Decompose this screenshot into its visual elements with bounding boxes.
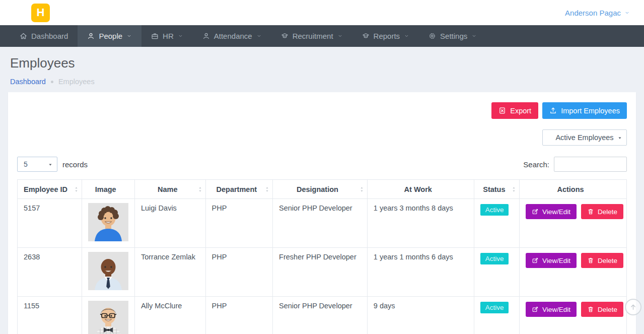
delete-button[interactable]: Delete <box>581 253 623 268</box>
employee-filter-select[interactable]: Active Employees <box>542 129 627 146</box>
status-badge: Active <box>480 302 509 313</box>
select-arrow-icon <box>617 136 622 141</box>
delete-button[interactable]: Delete <box>581 204 623 219</box>
table-row: 5157 Luigi Davis PHP Senior PHP Develope… <box>18 199 627 248</box>
filter-row: Active Employees <box>17 129 627 146</box>
cell-employee-id: 1155 <box>18 297 82 334</box>
column-header-status[interactable]: Status <box>474 180 519 199</box>
filter-selected-value: Active Employees <box>555 133 613 142</box>
view-edit-label: View/Edit <box>542 306 570 313</box>
records-control: 5 records <box>17 157 88 172</box>
cell-image <box>82 248 134 297</box>
briefcase-icon <box>151 32 159 40</box>
column-header-label: Employee ID <box>24 185 67 193</box>
chevron-down-icon <box>471 33 477 39</box>
export-button[interactable]: Export <box>491 102 538 119</box>
records-selected-value: 5 <box>24 160 28 168</box>
edit-icon <box>532 306 539 313</box>
nav-item-dashboard[interactable]: Dashboard <box>10 25 78 47</box>
search-input[interactable] <box>554 157 627 172</box>
column-header-actions: Actions <box>520 180 627 199</box>
app-logo[interactable]: H <box>31 4 50 22</box>
cell-image <box>82 199 134 248</box>
cell-at-work: 1 years 1 months 6 days <box>367 248 474 297</box>
column-header-label: Image <box>95 185 116 193</box>
cell-department: PHP <box>205 248 273 297</box>
graduation-cap-icon <box>362 32 370 40</box>
top-header-bar: H Anderson Pagac <box>0 0 644 25</box>
column-header-name[interactable]: Name <box>134 180 205 199</box>
excel-file-icon <box>498 107 506 114</box>
column-header-department[interactable]: Department <box>205 180 273 199</box>
page-head: Employees Dashboard Employees <box>0 47 644 92</box>
nav-item-attendance[interactable]: Attendance <box>193 25 271 47</box>
breadcrumb-link-dashboard[interactable]: Dashboard <box>10 78 46 86</box>
nav-item-recruitment[interactable]: Recruitment <box>271 25 352 47</box>
user-name: Anderson Pagac <box>565 9 621 17</box>
nav-item-hr[interactable]: HR <box>141 25 193 47</box>
nav-item-label: Dashboard <box>31 32 68 40</box>
column-header-designation[interactable]: Designation <box>273 180 368 199</box>
cell-image <box>82 297 134 334</box>
toolbar-buttons: Export Import Employees <box>17 102 627 119</box>
column-header-label: Department <box>217 185 257 193</box>
view-edit-button[interactable]: View/Edit <box>526 302 577 317</box>
nav-item-label: Attendance <box>214 32 252 40</box>
nav-item-settings[interactable]: Settings <box>419 25 486 47</box>
page-title: Employees <box>10 55 634 71</box>
search-label: Search: <box>523 160 549 169</box>
employees-table: Employee IDImageNameDepartmentDesignatio… <box>17 179 627 334</box>
main-nav: DashboardPeopleHRAttendanceRecruitmentRe… <box>0 25 644 47</box>
trash-icon <box>587 306 594 313</box>
chevron-down-icon <box>126 33 132 39</box>
view-edit-button[interactable]: View/Edit <box>526 204 577 219</box>
view-edit-label: View/Edit <box>542 257 570 264</box>
cell-designation: Fresher PHP Developer <box>273 248 368 297</box>
breadcrumb-current: Employees <box>58 78 95 86</box>
nav-item-people[interactable]: People <box>78 25 141 47</box>
table-header-row: Employee IDImageNameDepartmentDesignatio… <box>18 180 627 199</box>
cell-designation: Senior PHP Developer <box>273 297 368 334</box>
cell-actions: View/Edit Delete <box>520 199 627 248</box>
sort-icon <box>264 186 270 192</box>
cell-at-work: 9 days <box>367 297 474 334</box>
nav-item-label: People <box>99 32 122 40</box>
cell-name: Luigi Davis <box>134 199 205 248</box>
delete-label: Delete <box>598 257 617 264</box>
sort-icon <box>359 186 365 192</box>
cell-name: Torrance Zemlak <box>134 248 205 297</box>
import-employees-button[interactable]: Import Employees <box>542 102 627 119</box>
column-header-image: Image <box>82 180 134 199</box>
nav-item-label: Settings <box>440 32 467 40</box>
trash-icon <box>587 208 594 215</box>
edit-icon <box>532 208 539 215</box>
delete-button[interactable]: Delete <box>581 302 623 317</box>
column-header-label: Designation <box>297 185 338 193</box>
cell-employee-id: 2638 <box>18 248 82 297</box>
table-row: 2638 Torrance Zemlak PHP Fresher PHP Dev… <box>18 248 627 297</box>
table-row: 1155 Ally McClure P <box>18 297 627 334</box>
cell-actions: View/Edit Delete <box>520 297 627 334</box>
view-edit-button[interactable]: View/Edit <box>526 253 577 268</box>
select-arrow-icon <box>48 162 53 167</box>
user-menu[interactable]: Anderson Pagac <box>565 9 630 17</box>
scroll-to-top-button[interactable] <box>625 299 641 315</box>
chevron-down-icon <box>624 10 630 16</box>
export-button-label: Export <box>510 107 531 115</box>
trash-icon <box>587 257 594 264</box>
breadcrumb-separator <box>51 81 53 83</box>
cell-name: Ally McClure <box>134 297 205 334</box>
delete-label: Delete <box>598 208 617 216</box>
column-header-employee-id[interactable]: Employee ID <box>18 180 82 199</box>
table-controls: 5 records Search: <box>17 157 627 172</box>
records-label: records <box>62 160 88 169</box>
records-per-page-select[interactable]: 5 <box>17 157 57 172</box>
cell-designation: Senior PHP Developer <box>273 199 368 248</box>
chevron-down-icon <box>337 33 343 39</box>
sort-icon <box>74 186 79 192</box>
nav-item-reports[interactable]: Reports <box>352 25 419 47</box>
graduation-cap-icon <box>281 32 289 40</box>
table-body: 5157 Luigi Davis PHP Senior PHP Develope… <box>18 199 627 334</box>
employee-photo <box>88 203 128 241</box>
cell-actions: View/Edit Delete <box>520 248 627 297</box>
